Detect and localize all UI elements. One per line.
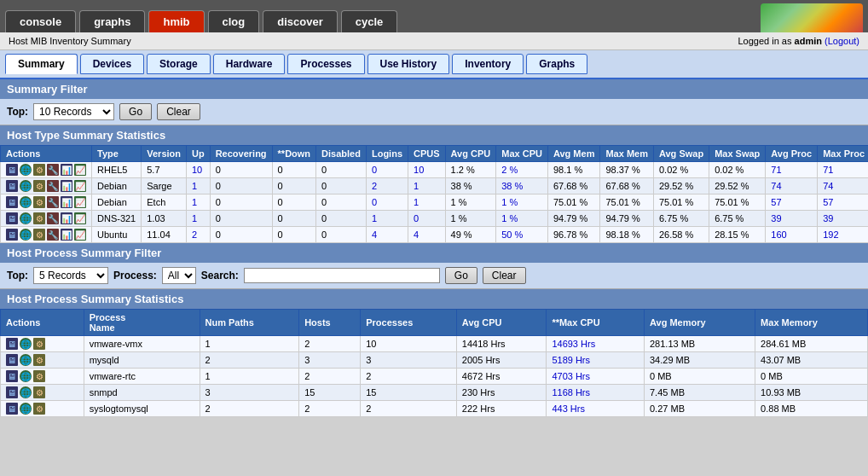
cell-max-cpu[interactable]: 1 % [496, 194, 548, 211]
action-icon[interactable]: 📈 [74, 164, 86, 176]
sub-tab-graphs[interactable]: Graphs [526, 54, 587, 74]
cell-logins[interactable]: 2 [366, 178, 408, 194]
tab-discover[interactable]: discover [263, 10, 337, 32]
action-icon[interactable]: 🔧 [47, 180, 59, 192]
action-icon[interactable]: 🖥 [6, 354, 18, 366]
cell-max-cpu[interactable]: 4703 Hrs [547, 369, 645, 385]
cell-max-cpu[interactable]: 38 % [496, 178, 548, 194]
action-icon[interactable]: 🖥 [6, 164, 18, 176]
cell-max-cpu[interactable]: 14693 Hrs [547, 336, 645, 352]
action-icon[interactable]: 📈 [74, 229, 86, 241]
sub-tab-devices[interactable]: Devices [80, 54, 144, 74]
action-icon[interactable]: ⚙ [33, 212, 45, 224]
tab-clog[interactable]: clog [208, 10, 260, 32]
cell-max-proc[interactable]: 39 [818, 211, 868, 227]
logout-link[interactable]: (Logout) [825, 36, 859, 46]
action-icon[interactable]: ⚙ [33, 370, 45, 382]
sub-tab-hardware[interactable]: Hardware [213, 54, 286, 74]
action-icon[interactable]: 🌐 [20, 354, 32, 366]
top-records-select[interactable]: 10 Records 25 Records 50 Records 100 Rec… [33, 103, 114, 120]
action-icon[interactable]: ⚙ [33, 196, 45, 208]
action-icon[interactable]: 📊 [61, 180, 72, 192]
cell-up[interactable]: 1 [187, 211, 211, 227]
action-icon[interactable]: 🌐 [20, 164, 32, 176]
action-icon[interactable]: ⚙ [33, 386, 45, 398]
cell-cpus[interactable]: 1 [408, 178, 446, 194]
cell-cpus[interactable]: 1 [408, 194, 446, 211]
action-icon[interactable]: 🌐 [20, 403, 32, 415]
action-icon[interactable]: 📈 [74, 212, 86, 224]
cell-avg-proc[interactable]: 57 [766, 194, 818, 211]
sub-tab-use-history[interactable]: Use History [367, 54, 450, 74]
process-top-select[interactable]: 5 Records 10 Records 25 Records [33, 267, 108, 284]
action-icon[interactable]: 🌐 [20, 212, 32, 224]
action-icon[interactable]: 🖥 [6, 196, 18, 208]
cell-up[interactable]: 2 [187, 227, 211, 243]
action-icon[interactable]: ⚙ [33, 403, 45, 415]
cell-max-cpu[interactable]: 1 % [496, 211, 548, 227]
tab-cycle[interactable]: cycle [341, 10, 398, 32]
cell-up[interactable]: 1 [187, 178, 211, 194]
cell-cpus[interactable]: 4 [408, 227, 446, 243]
cell-max-proc[interactable]: 74 [818, 178, 868, 194]
sub-tab-summary[interactable]: Summary [5, 54, 78, 74]
cell-up[interactable]: 1 [187, 194, 211, 211]
cell-max-proc[interactable]: 57 [818, 194, 868, 211]
process-clear-button[interactable]: Clear [483, 267, 526, 284]
summary-go-button[interactable]: Go [119, 103, 152, 120]
tab-console[interactable]: console [5, 10, 76, 32]
cell-max-proc[interactable]: 192 [818, 227, 868, 243]
action-icon[interactable]: ⚙ [33, 338, 45, 350]
cell-max-cpu[interactable]: 5189 Hrs [547, 352, 645, 369]
sub-tab-processes[interactable]: Processes [287, 54, 364, 74]
action-icon[interactable]: 🌐 [20, 370, 32, 382]
action-icon[interactable]: 🔧 [47, 164, 59, 176]
cell-max-proc[interactable]: 71 [818, 162, 868, 178]
action-icon[interactable]: 🌐 [20, 338, 32, 350]
cell-max-cpu[interactable]: 2 % [496, 162, 548, 178]
action-icon[interactable]: 🖥 [6, 180, 18, 192]
cell-max-cpu[interactable]: 443 Hrs [547, 401, 645, 417]
cell-logins[interactable]: 1 [366, 211, 408, 227]
tab-graphs-top[interactable]: graphs [79, 10, 145, 32]
action-icon[interactable]: 📊 [61, 196, 72, 208]
tab-hmib[interactable]: hmib [148, 10, 204, 32]
summary-clear-button[interactable]: Clear [157, 103, 200, 120]
cell-logins[interactable]: 0 [366, 162, 408, 178]
cell-logins[interactable]: 0 [366, 194, 408, 211]
action-icon[interactable]: ⚙ [33, 180, 45, 192]
action-icon[interactable]: ⚙ [33, 164, 45, 176]
action-icon[interactable]: 📈 [74, 196, 86, 208]
action-icon[interactable]: 🖥 [6, 338, 18, 350]
action-icon[interactable]: 🌐 [20, 229, 32, 241]
sub-tab-storage[interactable]: Storage [147, 54, 211, 74]
action-icon[interactable]: 🌐 [20, 386, 32, 398]
action-icon[interactable]: 🖥 [6, 386, 18, 398]
cell-avg-proc[interactable]: 160 [766, 227, 818, 243]
action-icon[interactable]: 🌐 [20, 180, 32, 192]
action-icon[interactable]: 🖥 [6, 212, 18, 224]
action-icon[interactable]: 🌐 [20, 196, 32, 208]
cell-avg-proc[interactable]: 39 [766, 211, 818, 227]
cell-logins[interactable]: 4 [366, 227, 408, 243]
cell-cpus[interactable]: 10 [408, 162, 446, 178]
cell-avg-proc[interactable]: 74 [766, 178, 818, 194]
action-icon[interactable]: 🔧 [47, 196, 59, 208]
process-search-input[interactable] [244, 268, 440, 283]
action-icon[interactable]: 📊 [61, 229, 72, 241]
action-icon[interactable]: 🔧 [47, 229, 59, 241]
action-icon[interactable]: 🖥 [6, 370, 18, 382]
cell-max-cpu[interactable]: 50 % [496, 227, 548, 243]
action-icon[interactable]: ⚙ [33, 354, 45, 366]
cell-up[interactable]: 10 [187, 162, 211, 178]
sub-tab-inventory[interactable]: Inventory [452, 54, 524, 74]
action-icon[interactable]: 🖥 [6, 403, 18, 415]
action-icon[interactable]: 📊 [61, 164, 72, 176]
process-go-button[interactable]: Go [445, 267, 477, 284]
action-icon[interactable]: 🔧 [47, 212, 59, 224]
action-icon[interactable]: ⚙ [33, 229, 45, 241]
cell-max-cpu[interactable]: 1168 Hrs [547, 385, 645, 401]
cell-cpus[interactable]: 0 [408, 211, 446, 227]
process-name-select[interactable]: All [162, 267, 196, 284]
cell-avg-proc[interactable]: 71 [766, 162, 818, 178]
